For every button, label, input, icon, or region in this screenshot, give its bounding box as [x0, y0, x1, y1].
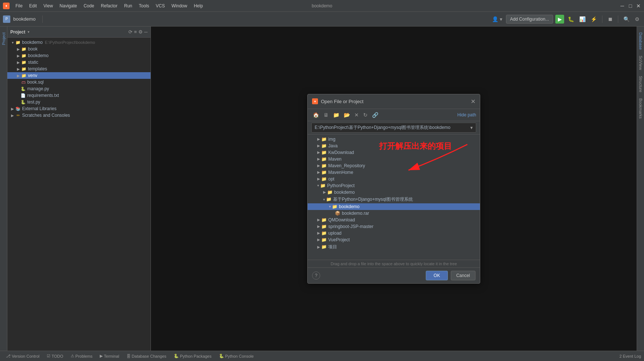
new-folder-button[interactable]: 📂 [342, 111, 351, 119]
close-button[interactable]: ✕ [636, 3, 641, 8]
cancel-button[interactable]: Cancel [451, 271, 475, 280]
modal-header: ♦ Open File or Project ✕ [308, 94, 480, 109]
menu-navigate[interactable]: Navigate [57, 2, 80, 10]
tree-scratches[interactable]: ▶ ✏ Scratches and Consoles [7, 112, 151, 119]
menu-file[interactable]: File [13, 2, 25, 10]
database-changes-icon: 🗄 [127, 354, 131, 358]
tree-test-py[interactable]: 🐍 test.py [7, 99, 151, 105]
project-tab[interactable]: Project [0, 29, 7, 48]
menu-vcs[interactable]: VCS [153, 2, 168, 10]
modal-tree-mavenhome[interactable]: ▶ 📁 MavenHome [308, 169, 480, 176]
modal-vueproject-name: VueProject [328, 237, 350, 242]
modal-tree-bookdemo-rar[interactable]: 📦 bookdemo.rar [308, 210, 480, 217]
book-name: book [28, 46, 38, 52]
tree-external-libraries[interactable]: ▶ 📚 External Libraries [7, 105, 151, 112]
modal-tree-java[interactable]: ▶ 📁 Java [308, 143, 480, 149]
modal-maven-repo-name: Maven_Repository [328, 163, 365, 168]
path-dropdown-button[interactable]: ▾ [470, 125, 473, 130]
home-button[interactable]: 🏠 [311, 111, 321, 119]
menu-tools[interactable]: Tools [136, 2, 152, 10]
coverage-button[interactable]: 📊 [578, 15, 587, 23]
tab-problems-label: Problems [75, 354, 92, 358]
profile-button[interactable]: ⚡ [589, 15, 598, 23]
right-tab-structure[interactable]: Structure [637, 73, 644, 95]
right-tab-database[interactable]: Database [637, 29, 644, 53]
modal-hint: Drag and drop a file into the space abov… [308, 260, 480, 267]
modal-tree-qmdownload[interactable]: ▶ 📁 QMDownload [308, 217, 480, 223]
modal-tree-maven-repo[interactable]: ▶ 📁 Maven_Repository [308, 162, 480, 169]
modal-tree-img[interactable]: ▶ 📁 img [308, 136, 480, 143]
tab-problems[interactable]: ⚠ Problems [68, 353, 95, 359]
tree-root[interactable]: ▾ 📁 bookdemo E:\PythonProject\bookdemo [7, 39, 151, 46]
modal-tree-xiangmu[interactable]: ▶ 📁 项目 [308, 243, 480, 251]
desktop-button[interactable]: 🖥 [322, 111, 330, 119]
modal-tree-springboot[interactable]: ▶ 📁 springboot-JSP-master [308, 223, 480, 230]
menu-window[interactable]: Window [169, 2, 190, 10]
tree-templates[interactable]: ▶ 📁 templates [7, 66, 151, 72]
tree-static[interactable]: ▶ 📁 static [7, 59, 151, 66]
debug-button[interactable]: 🐛 [566, 15, 576, 23]
bookdemo-folder-icon: 📁 [21, 53, 26, 58]
menu-run[interactable]: Run [121, 2, 135, 10]
stop-button[interactable]: ⏹ [606, 15, 614, 23]
modal-tree-pythonproject[interactable]: ▾ 📁 PythonProject [308, 182, 480, 189]
tab-database-changes[interactable]: 🗄 Database Changes [124, 353, 169, 359]
add-configuration-button[interactable]: Add Configuration... [506, 15, 553, 24]
modal-tree-kwdownload[interactable]: ▶ 📁 KwDownload [308, 149, 480, 156]
ext-lib-icon: 📚 [15, 106, 21, 111]
tab-python-packages[interactable]: 🐍 Python Packages [171, 353, 215, 359]
help-button[interactable]: ? [312, 271, 320, 280]
modal-tree-opt[interactable]: ▶ 📁 opt [308, 176, 480, 182]
tree-bookdemo[interactable]: ▶ 📁 bookdemo [7, 52, 151, 59]
event-log-area[interactable]: 2 Event Log [619, 354, 641, 358]
panel-minimize-btn[interactable]: ─ [144, 29, 148, 35]
panel-sync-btn[interactable]: ⟳ [128, 29, 132, 35]
modal-tree-upload[interactable]: ▶ 📁 upload [308, 230, 480, 236]
menu-view[interactable]: View [40, 2, 56, 10]
tab-todo[interactable]: ☑ TODO [44, 353, 66, 359]
run-button[interactable]: ▶ [555, 15, 564, 24]
tree-requirements[interactable]: 📄 requirements.txt [7, 92, 151, 99]
modal-tree-vueproject[interactable]: ▶ 📁 VueProject [308, 236, 480, 243]
tab-terminal[interactable]: ▶ Terminal [97, 353, 122, 359]
minimize-button[interactable]: ─ [620, 3, 625, 8]
tree-manage-py[interactable]: 🐍 manage.py [7, 85, 151, 92]
tree-venv[interactable]: ▶ 📁 venv [7, 72, 151, 79]
menu-edit[interactable]: Edit [26, 2, 40, 10]
panel-settings-btn[interactable]: ⚙ [138, 29, 143, 35]
modal-tree-maven[interactable]: ▶ 📁 Maven [308, 156, 480, 162]
menu-refactor[interactable]: Refactor [98, 2, 120, 10]
modal-buttons: ? OK Cancel [308, 267, 480, 283]
settings-button[interactable]: ⚙ [633, 15, 641, 23]
user-icon-button[interactable]: 👤 ▾ [491, 15, 504, 23]
right-tab-bookmarks[interactable]: Bookmarks [637, 95, 644, 122]
python-packages-icon: 🐍 [174, 354, 179, 358]
tree-book-sql[interactable]: 🗃 book.sql [7, 79, 151, 85]
tree-book[interactable]: ▶ 📁 book [7, 46, 151, 52]
search-everywhere-button[interactable]: 🔍 [622, 15, 631, 23]
modal-img-name: img [328, 137, 335, 142]
panel-collapse-btn[interactable]: ≡ [134, 29, 137, 35]
modal-bookdemo-selected-name: bookdemo [339, 204, 360, 209]
modal-title: Open File or Project [321, 99, 364, 104]
panel-dropdown[interactable]: ▾ [28, 30, 29, 34]
tab-version-control[interactable]: ⎇ Version Control [3, 353, 42, 359]
ext-lib-arrow: ▶ [10, 106, 15, 111]
test-py-icon: 🐍 [21, 99, 26, 105]
menu-code[interactable]: Code [81, 2, 97, 10]
ok-button[interactable]: OK [426, 271, 447, 280]
right-tab-sciview[interactable]: SciView [637, 53, 644, 73]
link-button[interactable]: 🔗 [371, 111, 380, 119]
folder-button[interactable]: 📁 [332, 111, 341, 119]
modal-tree-bookdemo-sub[interactable]: ▶ 📁 bookdemo [308, 189, 480, 196]
menu-help[interactable]: Help [191, 2, 206, 10]
modal-close-button[interactable]: ✕ [471, 98, 475, 105]
refresh-button[interactable]: ↻ [362, 111, 369, 119]
tab-python-console[interactable]: 🐍 Python Console [216, 353, 257, 359]
maximize-button[interactable]: □ [628, 3, 633, 8]
delete-button[interactable]: ✕ [353, 111, 360, 119]
modal-tree-bookdemo-selected[interactable]: ▾ 📁 bookdemo [308, 203, 480, 210]
path-input-container[interactable]: E:\PythonProject\基于Python+Django+mysql图书… [311, 123, 476, 133]
hide-path-button[interactable]: Hide path [457, 112, 476, 118]
modal-tree-chinese-folder[interactable]: ▾ 📁 基于Python+Django+mysql图书管理系统 [308, 196, 480, 203]
